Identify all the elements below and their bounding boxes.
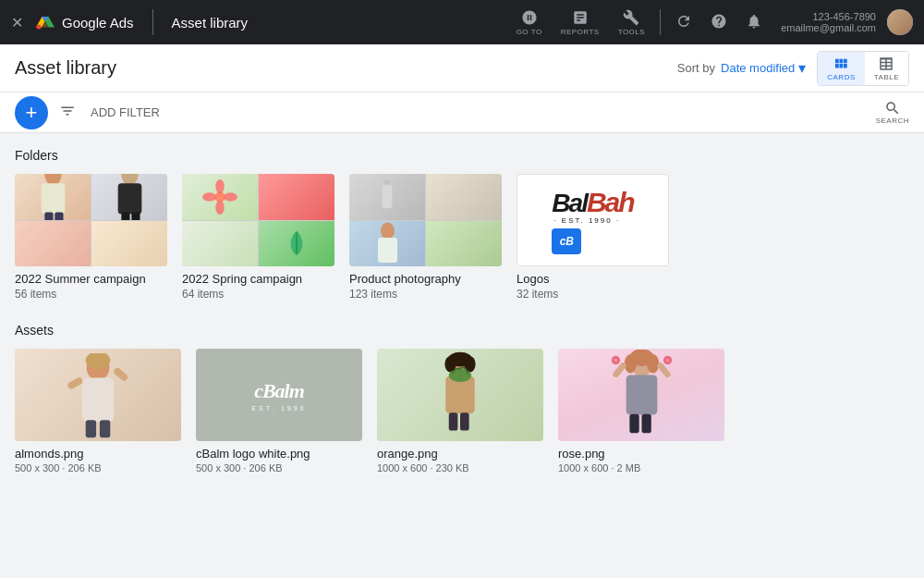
svg-rect-39	[629, 414, 638, 434]
reports-label: REPORTS	[561, 28, 600, 36]
cbalm-est-text: EST. 1990	[251, 405, 306, 412]
folder-name: 2022 Summer campaign	[15, 272, 167, 286]
svg-rect-22	[86, 420, 96, 437]
thumb-cell	[259, 174, 334, 220]
folder-name: Product photography	[349, 272, 502, 286]
thumb-cell	[349, 221, 425, 266]
asset-thumbnail	[15, 349, 181, 441]
svg-rect-7	[121, 212, 129, 219]
thumb-cell	[15, 174, 91, 220]
view-toggle: CARDS TABLE	[817, 51, 909, 86]
sort-value: Date modified	[721, 61, 795, 75]
svg-point-12	[202, 192, 216, 202]
table-label: TABLE	[874, 73, 899, 81]
folder-thumbnail	[15, 174, 167, 266]
thumb-cell	[426, 221, 502, 266]
avatar-image	[887, 9, 913, 35]
asset-meta: 1000 x 600 · 230 KB	[377, 462, 543, 473]
folder-card[interactable]: 2022 Spring campaign 64 items	[182, 174, 334, 301]
goto-label: GO TO	[517, 28, 542, 36]
thumb-cell	[182, 174, 258, 220]
svg-point-46	[665, 359, 669, 363]
help-button[interactable]	[703, 6, 735, 40]
svg-rect-16	[383, 185, 393, 208]
svg-rect-31	[449, 412, 458, 430]
leaf-icon	[286, 228, 307, 259]
table-icon	[878, 55, 894, 72]
thumb-cell	[91, 174, 167, 220]
folder-item-count: 56 items	[15, 288, 167, 301]
asset-card[interactable]: cBalm EST. 1990 cBalm logo white.png 500…	[196, 349, 362, 473]
user-phone: 123-456-7890	[812, 11, 876, 22]
svg-point-11	[215, 201, 225, 215]
page-title: Asset library	[15, 57, 677, 79]
folder-card[interactable]: Product photography 123 items	[349, 174, 502, 301]
chevron-down-icon: ▾	[798, 59, 806, 77]
nav-icon-group: GO TO REPORTS TOOLS 123-456-7890 emailme…	[509, 6, 913, 40]
sort-select[interactable]: Date modified ▾	[721, 59, 806, 77]
close-icon[interactable]: ✕	[11, 14, 23, 31]
user-avatar[interactable]	[887, 9, 913, 35]
svg-rect-2	[41, 183, 65, 214]
folder-thumbnail	[182, 174, 334, 266]
nav-divider	[152, 9, 153, 35]
person-figure-rose	[607, 350, 676, 440]
go-to-button[interactable]: GO TO	[509, 6, 550, 40]
svg-point-33	[449, 369, 472, 382]
folder-thumbnail	[349, 174, 502, 266]
assets-section-title: Assets	[15, 323, 909, 338]
thumb-cell	[259, 221, 334, 267]
svg-point-36	[624, 354, 636, 374]
table-view-button[interactable]: TABLE	[865, 52, 908, 85]
add-filter-button[interactable]: ADD FILTER	[87, 102, 164, 123]
svg-rect-40	[641, 414, 650, 434]
bottle-icon	[379, 174, 395, 220]
svg-rect-23	[100, 420, 110, 437]
cbalm-logo-text: cBalm	[254, 379, 304, 403]
logo-emblem: cB	[552, 228, 581, 254]
folder-card[interactable]: 2022 Summer campaign 56 items	[15, 174, 167, 301]
asset-name: almonds.png	[15, 447, 181, 461]
thumb-cell	[426, 174, 502, 220]
search-area[interactable]: SEARCH	[876, 100, 909, 125]
svg-point-37	[647, 354, 659, 374]
folder-name: Logos	[517, 272, 669, 286]
asset-name: cBalm logo white.png	[196, 447, 362, 461]
svg-point-45	[614, 359, 617, 363]
folder-item-count: 64 items	[182, 288, 334, 301]
asset-thumbnail: cBalm EST. 1990	[196, 349, 362, 441]
refresh-button[interactable]	[668, 6, 699, 40]
logo-bal: Bal	[552, 189, 587, 218]
svg-rect-32	[460, 412, 469, 430]
goto-icon	[521, 9, 538, 26]
asset-card[interactable]: orange.png 1000 x 600 · 230 KB	[377, 349, 543, 473]
nav-section-title: Asset library	[172, 15, 249, 31]
svg-rect-15	[384, 180, 390, 185]
asset-card[interactable]: almonds.png 500 x 300 · 206 KB	[15, 349, 181, 473]
logo-est: · EST. 1990 ·	[553, 216, 620, 225]
tools-button[interactable]: TOOLS	[611, 6, 652, 40]
folders-grid: 2022 Summer campaign 56 items	[15, 174, 909, 301]
svg-rect-8	[131, 212, 140, 219]
reports-button[interactable]: REPORTS	[553, 6, 607, 40]
folder-card[interactable]: Bal Bah · EST. 1990 · cB Logos 32 items	[517, 174, 669, 301]
folder-item-count: 32 items	[517, 288, 669, 301]
refresh-icon	[675, 13, 692, 30]
add-button[interactable]: +	[15, 96, 48, 129]
cards-icon	[833, 55, 849, 72]
svg-rect-21	[82, 378, 114, 423]
folders-section-title: Folders	[15, 148, 909, 163]
nav-separator	[660, 9, 661, 35]
brand-name: Google Ads	[62, 15, 134, 31]
asset-card[interactable]: rose.png 1000 x 600 · 2 MB	[558, 349, 724, 473]
person-figure	[104, 174, 155, 220]
cards-view-button[interactable]: CARDS	[818, 52, 865, 85]
sort-container: Sort by Date modified ▾	[677, 59, 806, 77]
notifications-button[interactable]	[738, 6, 770, 40]
toolbar: + ADD FILTER SEARCH	[0, 92, 924, 133]
logo-bah: Bah	[587, 187, 634, 218]
svg-point-10	[215, 179, 225, 193]
thumb-cell	[182, 221, 258, 267]
thumb-cell	[15, 221, 91, 267]
person-figure-orange	[428, 350, 492, 440]
